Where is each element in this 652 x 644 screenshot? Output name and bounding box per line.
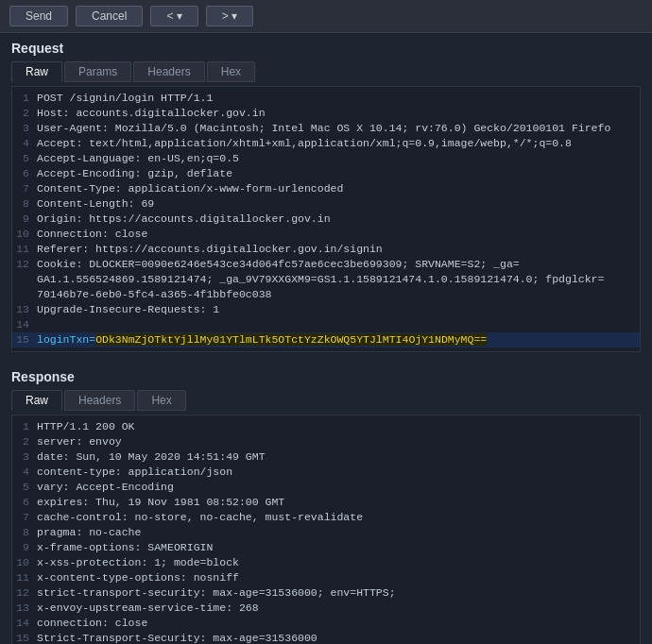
line-content: vary: Accept-Encoding	[37, 480, 636, 495]
line-number	[16, 272, 37, 287]
response-line: 11x-content-type-options: nosniff	[12, 570, 640, 585]
line-content: POST /signin/login HTTP/1.1	[37, 91, 636, 106]
line-content: Origin: https://accounts.digitallocker.g…	[37, 212, 636, 227]
line-content: Content-Length: 69	[37, 196, 636, 212]
request-line: 3User-Agent: Mozilla/5.0 (Macintosh; Int…	[12, 121, 640, 136]
response-line: 6expires: Thu, 19 Nov 1981 08:52:00 GMT	[12, 495, 640, 510]
request-tab-hex[interactable]: Hex	[207, 61, 255, 82]
request-line: 11Referer: https://accounts.digitallocke…	[12, 242, 640, 257]
line-content: HTTP/1.1 200 OK	[37, 419, 636, 434]
response-line: 7cache-control: no-store, no-cache, must…	[12, 510, 640, 525]
line-number: 9	[16, 540, 37, 555]
response-line: 14connection: close	[12, 616, 640, 631]
line-number: 8	[16, 525, 37, 540]
request-tab-headers[interactable]: Headers	[133, 61, 204, 82]
request-line: 2Host: accounts.digitallocker.gov.in	[12, 106, 640, 121]
toolbar: Send Cancel < ▾ > ▾	[0, 0, 652, 33]
line-number: 7	[16, 510, 37, 525]
response-line: 10x-xss-protection: 1; mode=block	[12, 555, 640, 570]
response-line: 3date: Sun, 10 May 2020 14:51:49 GMT	[12, 449, 640, 465]
request-tabs: Raw Params Headers Hex	[11, 61, 641, 82]
request-line: 14	[12, 317, 640, 332]
response-tab-hex[interactable]: Hex	[137, 390, 185, 411]
line-number: 1	[16, 419, 37, 434]
line-content: Referer: https://accounts.digitallocker.…	[37, 242, 636, 257]
response-line: 15Strict-Transport-Security: max-age=315…	[12, 631, 640, 644]
response-line: 12strict-transport-security: max-age=315…	[12, 585, 640, 601]
request-title: Request	[11, 41, 641, 56]
line-number: 11	[16, 242, 37, 257]
line-content: Host: accounts.digitallocker.gov.in	[37, 106, 636, 121]
line-number: 2	[16, 106, 37, 121]
response-tabs: Raw Headers Hex	[11, 390, 641, 411]
line-number: 10	[16, 555, 37, 570]
line-number: 1	[16, 91, 37, 106]
line-number: 15	[16, 332, 37, 347]
line-number: 2	[16, 434, 37, 449]
line-content: connection: close	[37, 616, 636, 631]
response-line: 9x-frame-options: SAMEORIGIN	[12, 540, 640, 555]
line-content: 70146b7e-6eb0-5fc4-a365-4f1bbfe0c038	[37, 287, 636, 302]
response-line: 8pragma: no-cache	[12, 525, 640, 540]
next-button[interactable]: > ▾	[206, 6, 253, 26]
line-content: x-envoy-upstream-service-time: 268	[37, 601, 636, 616]
request-line: 13Upgrade-Insecure-Requests: 1	[12, 302, 640, 317]
line-content: date: Sun, 10 May 2020 14:51:49 GMT	[37, 449, 636, 465]
line-number: 3	[16, 121, 37, 136]
send-button[interactable]: Send	[9, 6, 68, 26]
request-line: 70146b7e-6eb0-5fc4-a365-4f1bbfe0c038	[12, 287, 640, 302]
line-content: x-xss-protection: 1; mode=block	[37, 555, 636, 570]
request-code-area: 1POST /signin/login HTTP/1.12Host: accou…	[11, 86, 641, 352]
line-number: 14	[16, 317, 37, 332]
line-number	[16, 287, 37, 302]
response-section: Response Raw Headers Hex 1HTTP/1.1 200 O…	[0, 362, 652, 644]
line-content: Accept: text/html,application/xhtml+xml,…	[37, 136, 636, 151]
request-tab-raw[interactable]: Raw	[11, 61, 62, 82]
line-number: 11	[16, 570, 37, 585]
line-content: x-content-type-options: nosniff	[37, 570, 636, 585]
request-line: 12Cookie: DLOCKER=0090e6246e543ce34d064f…	[12, 257, 640, 272]
line-content: Upgrade-Insecure-Requests: 1	[37, 302, 636, 317]
request-line: 5Accept-Language: en-US,en;q=0.5	[12, 151, 640, 166]
line-number: 12	[16, 585, 37, 601]
prev-button[interactable]: < ▾	[150, 6, 197, 26]
response-line: 5vary: Accept-Encoding	[12, 480, 640, 495]
line-content: server: envoy	[37, 434, 636, 449]
request-line: GA1.1.556524869.1589121474; _ga_9V79XXGX…	[12, 272, 640, 287]
response-line: 4content-type: application/json	[12, 465, 640, 480]
response-title: Response	[11, 369, 641, 384]
response-tab-raw[interactable]: Raw	[11, 390, 62, 411]
request-line: 6Accept-Encoding: gzip, deflate	[12, 166, 640, 181]
response-code-area: 1HTTP/1.1 200 OK2server: envoy3date: Sun…	[11, 415, 641, 644]
request-tab-params[interactable]: Params	[64, 61, 131, 82]
cancel-button[interactable]: Cancel	[76, 6, 143, 26]
line-content: GA1.1.556524869.1589121474; _ga_9V79XXGX…	[37, 272, 636, 287]
line-number: 3	[16, 449, 37, 465]
request-line: 15loginTxn=ODk3NmZjOTktYjllMy01YTlmLTk5O…	[12, 332, 640, 347]
line-number: 14	[16, 616, 37, 631]
line-number: 13	[16, 302, 37, 317]
line-number: 6	[16, 166, 37, 181]
line-content: expires: Thu, 19 Nov 1981 08:52:00 GMT	[37, 495, 636, 510]
line-content	[37, 317, 636, 332]
line-content: Cookie: DLOCKER=0090e6246e543ce34d064fc5…	[37, 257, 636, 272]
request-line: 9Origin: https://accounts.digitallocker.…	[12, 212, 640, 227]
line-number: 13	[16, 601, 37, 616]
line-content: User-Agent: Mozilla/5.0 (Macintosh; Inte…	[37, 121, 636, 136]
response-line: 13x-envoy-upstream-service-time: 268	[12, 601, 640, 616]
request-line: 10Connection: close	[12, 227, 640, 242]
line-number: 6	[16, 495, 37, 510]
line-number: 15	[16, 631, 37, 644]
line-content: pragma: no-cache	[37, 525, 636, 540]
line-content: Accept-Language: en-US,en;q=0.5	[37, 151, 636, 166]
line-number: 9	[16, 212, 37, 227]
request-line: 4Accept: text/html,application/xhtml+xml…	[12, 136, 640, 151]
line-number: 5	[16, 151, 37, 166]
response-tab-headers[interactable]: Headers	[64, 390, 135, 411]
request-line: 7Content-Type: application/x-www-form-ur…	[12, 181, 640, 196]
line-content: x-frame-options: SAMEORIGIN	[37, 540, 636, 555]
line-number: 4	[16, 465, 37, 480]
line-number: 7	[16, 181, 37, 196]
line-content: loginTxn=ODk3NmZjOTktYjllMy01YTlmLTk5OTc…	[37, 332, 636, 347]
response-line: 2server: envoy	[12, 434, 640, 449]
